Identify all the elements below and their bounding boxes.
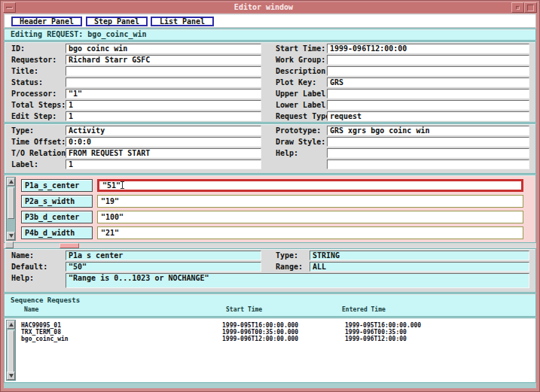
maximize-icon xyxy=(527,5,534,11)
id-label: ID: xyxy=(8,44,66,53)
window-content: Header Panel Step Panel List Panel Editi… xyxy=(4,14,536,388)
window-title: Editor window xyxy=(16,2,511,13)
default-label: Default: xyxy=(8,262,66,272)
parameter-row: P2a_s_width "19" xyxy=(21,195,523,208)
parameter-info-pane: Name: P1a_s_center Type: STRING Default:… xyxy=(4,248,536,293)
titlebar[interactable]: Editor window xyxy=(3,2,537,13)
param-name-cell[interactable]: P1a_s_center xyxy=(21,179,93,192)
type-label: Type: xyxy=(8,126,66,135)
scroll-up-button[interactable] xyxy=(7,178,15,186)
param-type-field[interactable]: STRING xyxy=(310,251,529,260)
help-extra-field[interactable] xyxy=(327,160,529,169)
param-name-display-field[interactable]: P1a_s_center xyxy=(66,251,261,260)
total-steps-field[interactable]: 1 xyxy=(66,100,261,110)
cell-start: 1999-096T12:00:00.000 xyxy=(222,336,298,342)
prototype-label: Prototype: xyxy=(272,126,327,135)
cell-entered: 1999-095T16:00:00.000 xyxy=(345,322,421,329)
param-type-label: Type: xyxy=(272,251,310,260)
param-help-field[interactable]: "Range is 0...1023 or NOCHANGE" xyxy=(66,273,529,288)
window-menu-icon xyxy=(6,7,13,9)
plot-key-field[interactable]: GRS xyxy=(327,77,529,87)
param-value-field[interactable]: "19" xyxy=(97,195,523,208)
window-menu-button[interactable] xyxy=(3,2,16,13)
maximize-button[interactable] xyxy=(524,2,537,13)
type-field[interactable]: Activity xyxy=(66,126,261,135)
blank-label xyxy=(272,160,327,169)
request-header-form: ID: bgo_coinc_win Start Time: 1999-096T1… xyxy=(4,41,536,123)
minimize-button[interactable] xyxy=(511,2,524,13)
param-name-cell[interactable]: P4b_d_width xyxy=(21,226,93,239)
panel-toolbar: Header Panel Step Panel List Panel xyxy=(4,14,536,28)
scrollbar-thumb[interactable] xyxy=(8,330,14,372)
chevron-down-icon xyxy=(9,234,14,238)
upper-label-label: Upper Label: xyxy=(272,89,327,99)
time-offset-label: Time Offset: xyxy=(8,137,66,147)
chevron-up-icon xyxy=(9,180,14,184)
total-steps-label: Total Steps: xyxy=(8,100,66,110)
description-field[interactable] xyxy=(327,66,529,76)
label-label: Label: xyxy=(8,160,66,169)
chevron-up-icon xyxy=(9,323,14,327)
requestor-label: Requestor: xyxy=(8,55,66,65)
help-label: Help: xyxy=(272,148,327,158)
table-row[interactable]: HAC99095_01 1999-095T16:00:00.000 1999-0… xyxy=(20,322,532,329)
editor-window: Editor window Header Panel Step Panel Li… xyxy=(0,0,540,392)
draw-style-label: Draw Style: xyxy=(272,137,327,147)
start-time-field[interactable]: 1999-096T12:00:00 xyxy=(327,44,529,53)
param-value-field-selected[interactable]: "51" xyxy=(97,179,523,192)
parameter-row: P1a_s_center "51" xyxy=(21,179,523,192)
requestor-field[interactable]: Richard Starr GSFC xyxy=(66,55,261,65)
processor-label: Processor: xyxy=(8,89,66,99)
param-value-field[interactable]: "21" xyxy=(97,226,523,239)
step-panel-button[interactable]: Step Panel xyxy=(86,17,148,26)
cell-start: 1999-096T00:35:00.000 xyxy=(222,329,298,336)
column-header-name: Name xyxy=(24,306,38,313)
table-row[interactable]: TRX_TERM_08 1999-096T00:35:00.000 1999-0… xyxy=(20,329,532,336)
column-header-start: Start Time xyxy=(226,306,262,313)
scroll-up-button[interactable] xyxy=(7,321,15,329)
divider-box[interactable] xyxy=(5,242,14,248)
param-name-cell[interactable]: P3b_d_center xyxy=(21,211,93,223)
scroll-down-button[interactable] xyxy=(7,232,15,240)
parameter-scrollbar[interactable] xyxy=(6,177,16,241)
sequence-requests-header: Sequence Requests Name Start Time Entere… xyxy=(4,293,536,317)
label-field[interactable]: 1 xyxy=(66,160,261,169)
draw-style-field[interactable] xyxy=(327,137,529,147)
param-name-cell[interactable]: P2a_s_width xyxy=(21,195,93,208)
parameter-row: P4b_d_width "21" xyxy=(21,226,523,239)
lower-label-label: Lower Label: xyxy=(272,100,327,110)
status-label: Status: xyxy=(8,77,66,87)
sequence-requests-title: Sequence Requests xyxy=(11,296,80,304)
lower-label-field[interactable] xyxy=(327,100,529,110)
sequence-list-scrollbar[interactable] xyxy=(6,320,16,381)
param-value-text: "51" xyxy=(102,181,121,190)
processor-field[interactable]: "1" xyxy=(66,89,261,99)
list-panel-button[interactable]: List Panel xyxy=(151,17,214,26)
scroll-down-button[interactable] xyxy=(7,372,15,380)
work-group-field[interactable] xyxy=(327,55,529,65)
header-panel-button[interactable]: Header Panel xyxy=(11,17,82,26)
parameter-row: P3b_d_center "100" xyxy=(21,211,523,223)
time-offset-field[interactable]: 0:0:0 xyxy=(66,137,261,147)
param-range-field[interactable]: ALL xyxy=(310,262,529,272)
status-field[interactable] xyxy=(66,77,261,87)
title-field[interactable] xyxy=(66,66,261,76)
param-default-field[interactable]: "50" xyxy=(66,262,261,272)
sash-handle[interactable] xyxy=(59,243,79,248)
to-relation-field[interactable]: FROM_REQUEST_START xyxy=(66,148,261,158)
edit-step-field[interactable]: 1 xyxy=(66,111,261,121)
help-field[interactable] xyxy=(327,148,529,158)
upper-label-field[interactable] xyxy=(327,89,529,99)
editing-banner: Editing REQUEST: bgo_coinc_win xyxy=(4,29,536,41)
cell-start: 1999-095T16:00:00.000 xyxy=(222,322,298,329)
param-value-field[interactable]: "100" xyxy=(97,211,523,223)
request-type-field[interactable]: request xyxy=(327,111,529,121)
id-field[interactable]: bgo_coinc_win xyxy=(66,44,261,53)
text-cursor xyxy=(121,181,124,189)
prototype-field[interactable]: GRS_xgrs_bgo_coinc_win xyxy=(327,126,529,135)
request-type-label: Request Type: xyxy=(272,111,327,121)
edit-step-label: Edit Step: xyxy=(8,111,66,121)
table-row[interactable]: bgo_coinc_win 1999-096T12:00:00.000 1999… xyxy=(20,336,532,342)
scrollbar-thumb[interactable] xyxy=(8,187,14,219)
description-label: Description: xyxy=(272,66,327,76)
